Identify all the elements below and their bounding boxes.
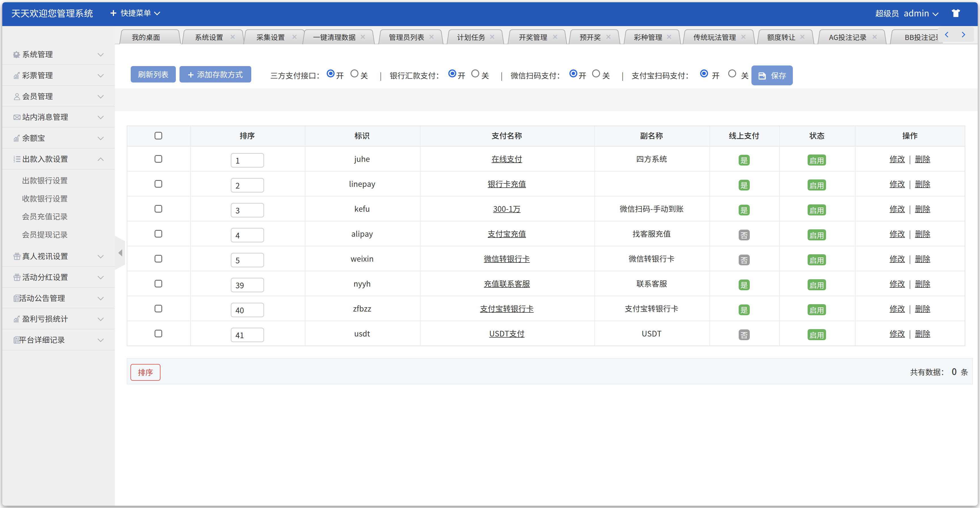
svg-text:彩种管理: 彩种管理 (634, 32, 662, 42)
svg-text:管理员列表: 管理员列表 (389, 32, 424, 42)
svg-text:我的桌面: 我的桌面 (132, 32, 160, 42)
svg-text:BB投注记录: BB投注记录 (905, 32, 943, 42)
svg-text:计划任务: 计划任务 (457, 32, 485, 42)
svg-text:额度转让: 额度转让 (767, 32, 795, 42)
svg-text:传统玩法管理: 传统玩法管理 (694, 32, 736, 42)
svg-text:采集设置: 采集设置 (257, 32, 285, 42)
svg-text:3: 3 (13, 159, 15, 163)
svg-text:系统设置: 系统设置 (195, 32, 223, 42)
svg-text:开奖管理: 开奖管理 (519, 32, 547, 42)
svg-text:预开奖: 预开奖 (580, 32, 601, 42)
svg-text:AG投注记录: AG投注记录 (829, 32, 867, 42)
svg-text:一键清理数据: 一键清理数据 (313, 32, 356, 42)
